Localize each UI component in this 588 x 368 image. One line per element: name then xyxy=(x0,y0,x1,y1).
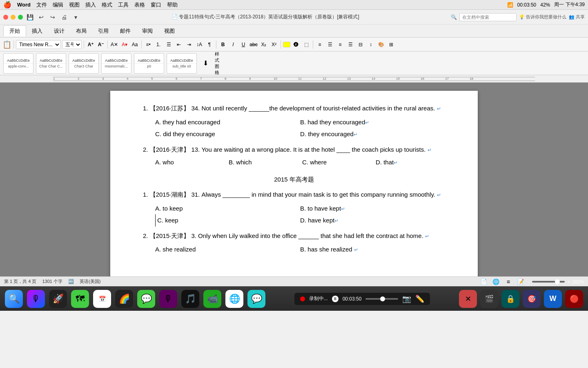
subscript-btn[interactable]: X₂ xyxy=(259,40,268,49)
save-button[interactable]: 💾 xyxy=(25,13,34,22)
share-button[interactable]: 👥 共享 xyxy=(569,14,585,20)
menu-word[interactable]: Word xyxy=(17,2,31,8)
tab-home[interactable]: 开始 xyxy=(3,25,26,36)
menu-help[interactable]: 帮助 xyxy=(167,1,178,9)
page-content[interactable]: 1. 【2016·江苏】 34. Not until recently ____… xyxy=(110,91,478,276)
font-shrink-btn[interactable]: A⁻ xyxy=(96,40,105,49)
zoom-out-icon[interactable]: - xyxy=(528,279,530,284)
underline-btn[interactable]: U xyxy=(239,40,248,49)
search-input[interactable] xyxy=(459,13,517,21)
superscript-btn[interactable]: X² xyxy=(270,40,278,49)
dock-messages[interactable]: 💬 xyxy=(137,290,155,308)
font-size-select[interactable]: 五号 xyxy=(62,40,82,49)
dock-facetime[interactable]: 📹 xyxy=(203,290,221,308)
menu-format[interactable]: 格式 xyxy=(102,1,112,9)
style-item-5[interactable]: AaBbCcDdEe sub_title s0 xyxy=(167,53,197,74)
font-grow-btn[interactable]: A⁺ xyxy=(86,40,95,49)
shading-fill-btn[interactable]: 🎨 xyxy=(376,40,385,49)
dock-wechat[interactable]: 💬 xyxy=(247,290,265,308)
bold-btn[interactable]: B xyxy=(218,40,227,49)
strikethrough-btn[interactable]: abc xyxy=(249,40,258,49)
text-highlight-btn[interactable]: A xyxy=(283,42,290,47)
menu-file[interactable]: 文件 xyxy=(36,1,47,9)
print-button[interactable]: 🖨 xyxy=(60,13,69,22)
increase-indent-btn[interactable]: ⇥ xyxy=(185,40,194,49)
maximize-button[interactable] xyxy=(18,15,23,20)
clear-format-btn[interactable]: A✕ xyxy=(110,40,119,49)
menu-window[interactable]: 窗口 xyxy=(151,1,161,9)
dock-calendar[interactable]: 📅 xyxy=(93,290,111,308)
dock-camtasia[interactable]: 🎬 xyxy=(480,290,498,308)
style-item-4[interactable]: AaBbCcDdEe p0 xyxy=(134,53,164,74)
style-gallery-expand[interactable]: ⬇ xyxy=(201,59,210,68)
align-left-btn[interactable]: ≡ xyxy=(315,40,324,49)
dock-app4[interactable]: 🔴 xyxy=(565,290,583,308)
dock-launchpad[interactable]: 🚀 xyxy=(49,290,67,308)
undo-button[interactable]: ↩ xyxy=(37,13,46,22)
style-item-1[interactable]: AaBbCcDdEe Char Char C... xyxy=(36,53,66,74)
view-draft-btn[interactable]: 📝 xyxy=(516,277,525,286)
uppercase-btn[interactable]: Aa xyxy=(130,40,139,49)
tell-me-button[interactable]: 💡 告诉你我想要做什么 xyxy=(519,14,566,20)
recording-camera-icon[interactable]: 📷 xyxy=(402,294,411,303)
apple-menu[interactable]: 🍎 xyxy=(3,1,11,9)
recording-pen-icon[interactable]: ✏️ xyxy=(415,294,424,303)
tab-design[interactable]: 设计 xyxy=(48,26,70,36)
dock-photos[interactable]: 🌈 xyxy=(115,290,133,308)
dock-podcast[interactable]: 🎙 xyxy=(159,290,177,308)
tab-insert[interactable]: 插入 xyxy=(26,26,48,36)
sort-btn[interactable]: ↕A xyxy=(195,40,204,49)
redo-button[interactable]: ↪ xyxy=(48,13,57,22)
multilevel-list-btn[interactable]: ☰ xyxy=(164,40,173,49)
dock-app3[interactable]: 🎯 xyxy=(523,290,541,308)
dock-chrome[interactable]: 🌐 xyxy=(225,290,243,308)
recording-pause-btn[interactable]: ⏸ xyxy=(332,296,339,302)
show-marks-btn[interactable]: ¶ xyxy=(205,40,214,49)
minimize-button[interactable] xyxy=(11,15,16,20)
dock-app1[interactable]: ✕ xyxy=(459,290,477,308)
clipboard-paste-btn[interactable]: 📋 xyxy=(2,40,11,49)
font-color-menu-btn[interactable]: A▾ xyxy=(120,40,129,49)
italic-btn[interactable]: I xyxy=(229,40,238,49)
menu-view[interactable]: 视图 xyxy=(69,1,80,9)
numbered-list-btn[interactable]: 1. xyxy=(154,40,163,49)
menu-tools[interactable]: 工具 xyxy=(118,1,129,9)
dock-app2[interactable]: 🔒 xyxy=(501,290,519,308)
dock-music[interactable]: 🎵 xyxy=(181,290,199,308)
justify-btn[interactable]: ☰ xyxy=(346,40,355,49)
dock-word[interactable]: W xyxy=(544,290,562,308)
align-right-btn[interactable]: ≡ xyxy=(336,40,345,49)
style-item-0[interactable]: AaBbCcDdEe apple-conv... xyxy=(3,53,33,74)
font-name-select[interactable]: Times New R... xyxy=(16,40,61,49)
column-layout-btn[interactable]: ⊟ xyxy=(356,40,365,49)
tab-review[interactable]: 审阅 xyxy=(136,26,158,36)
dock-maps[interactable]: 🗺 xyxy=(71,290,89,308)
style-item-2[interactable]: AaBbCcDdEe Char3 Char xyxy=(69,53,99,74)
style-settings-btn[interactable]: 样式图格 xyxy=(212,59,221,68)
tab-layout[interactable]: 布局 xyxy=(70,26,92,36)
menu-insert[interactable]: 插入 xyxy=(85,1,96,9)
text-shade-btn[interactable]: 🅐 xyxy=(292,40,301,49)
border-lines-btn[interactable]: ⊞ xyxy=(387,40,396,49)
dock-finder[interactable]: 🔍 xyxy=(5,290,23,308)
style-item-3[interactable]: AaBbCcDdEe msonormalc... xyxy=(101,53,131,74)
menu-edit[interactable]: 编辑 xyxy=(53,1,63,9)
more-actions-button[interactable]: ▾ xyxy=(71,13,80,22)
decrease-indent-btn[interactable]: ⇤ xyxy=(174,40,183,49)
align-center-btn[interactable]: ☰ xyxy=(325,40,334,49)
borders-btn[interactable]: ⬚ xyxy=(302,40,311,49)
bullet-list-btn[interactable]: ≡• xyxy=(144,40,153,49)
zoom-slider[interactable] xyxy=(532,281,565,283)
tab-references[interactable]: 引用 xyxy=(92,26,114,36)
menu-table[interactable]: 表格 xyxy=(134,1,145,9)
close-button[interactable] xyxy=(3,15,8,20)
recording-slider[interactable] xyxy=(365,298,398,300)
view-web-btn[interactable]: 🌐 xyxy=(492,277,501,286)
line-spacing-btn[interactable]: ↕ xyxy=(366,40,375,49)
dock-siri[interactable]: 🎙 xyxy=(27,290,45,308)
tab-mailings[interactable]: 邮件 xyxy=(114,26,136,36)
view-outline-btn[interactable]: ≡ xyxy=(504,277,513,286)
view-print-btn[interactable]: 📄 xyxy=(479,277,488,286)
tab-view[interactable]: 视图 xyxy=(158,26,180,36)
zoom-in-icon[interactable]: + xyxy=(567,279,570,284)
